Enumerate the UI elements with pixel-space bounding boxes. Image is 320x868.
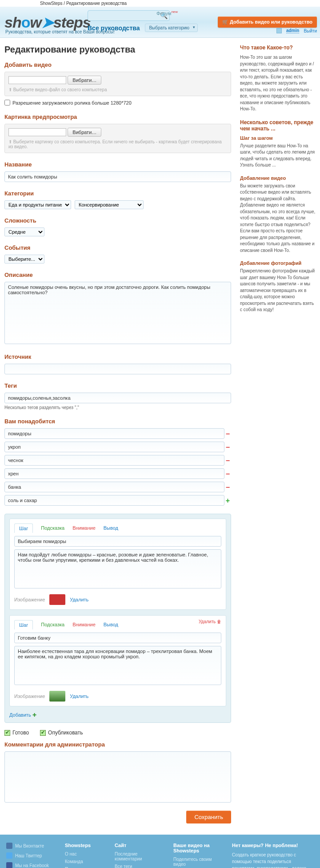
- name-heading: Название: [4, 161, 231, 168]
- category-heading: Категории: [4, 190, 231, 197]
- step-title-input[interactable]: [14, 536, 221, 547]
- delete-image-link[interactable]: Удалить: [70, 694, 88, 699]
- step-title-input[interactable]: [14, 633, 221, 643]
- ready-checkbox[interactable]: Готово: [4, 730, 29, 736]
- admin-comments-textarea[interactable]: [4, 751, 231, 803]
- footer-col4-h1: Нет камеры? Не проблема!: [232, 843, 308, 848]
- side-p2: Лучше разделите ваш How-To на шаги, чтоб…: [240, 143, 316, 169]
- delete-step-link[interactable]: Удалить: [199, 619, 221, 624]
- remove-icon[interactable]: −: [226, 457, 230, 465]
- breadcrumb: ShowSteps / Редактирование руководства: [0, 0, 320, 7]
- user-name[interactable]: admin: [286, 28, 299, 33]
- video-heading: Добавить видео: [4, 61, 231, 68]
- side-h3: Шаг за шагом: [240, 135, 316, 141]
- need-input[interactable]: [4, 455, 224, 466]
- name-input[interactable]: [4, 171, 231, 182]
- add-video-button[interactable]: Добавить видео или руководство: [218, 16, 317, 28]
- footer-col2-h: Сайт: [115, 843, 164, 848]
- social-twitter[interactable]: Наш Твиттер: [6, 852, 55, 859]
- needs-heading: Вам понадобится: [4, 418, 231, 425]
- facebook-icon: [6, 862, 12, 868]
- forum-link[interactable]: Форумnew: [156, 10, 178, 16]
- difficulty-heading: Сложность: [4, 217, 231, 224]
- footer-col4-p1: Создать краткое руководство с помощью те…: [232, 852, 308, 868]
- tab-warn[interactable]: Внимание: [72, 620, 96, 629]
- browse-preview-button[interactable]: Вибрати…: [68, 128, 101, 137]
- tab-step[interactable]: Шаг: [14, 523, 33, 533]
- step-block: Шаг Подсказка Внимание Вывод Нам подойду…: [9, 519, 226, 610]
- tags-input[interactable]: [4, 393, 231, 403]
- footer-link[interactable]: Поделитесь своим видео: [173, 857, 222, 867]
- tab-output[interactable]: Вывод: [104, 523, 118, 532]
- add-step-link[interactable]: Добавить: [9, 712, 36, 718]
- side-p1: How-To это шаг за шагом руководство, сод…: [240, 54, 316, 113]
- side-h1: Что такое Какое-то?: [240, 45, 316, 51]
- tab-output[interactable]: Вывод: [104, 620, 118, 629]
- side-h2: Несколько советов, прежде чем начать ...: [240, 119, 316, 132]
- category1-select[interactable]: Еда и продукты питания: [4, 200, 71, 209]
- events-heading: События: [4, 244, 231, 251]
- twitter-icon: [6, 852, 12, 859]
- need-input[interactable]: [4, 468, 224, 479]
- need-input[interactable]: [4, 428, 224, 439]
- footer-link[interactable]: Все теги: [115, 864, 164, 868]
- admin-comments-heading: Комментарии для администратора: [4, 741, 231, 748]
- tab-step[interactable]: Шаг: [14, 620, 33, 629]
- difficulty-select[interactable]: Средне: [4, 227, 44, 236]
- user-menu-icon[interactable]: [276, 28, 282, 33]
- source-input[interactable]: [4, 364, 231, 374]
- tab-hint[interactable]: Подсказка: [41, 523, 64, 532]
- side-p4: Прикреплению фотографии каждый шаг дает …: [240, 268, 316, 313]
- step-thumbnail: [49, 594, 65, 605]
- remove-icon[interactable]: −: [226, 430, 230, 438]
- social-vk[interactable]: Мы Вконтакте: [6, 843, 55, 849]
- save-button[interactable]: Сохранить: [186, 811, 231, 823]
- logo[interactable]: show➤steps: [4, 13, 91, 31]
- side-p3: Вы можете загружать свои собственные вид…: [240, 183, 316, 254]
- tags-heading: Теги: [4, 382, 231, 389]
- tab-hint[interactable]: Подсказка: [41, 620, 64, 629]
- delete-image-link[interactable]: Удалить: [70, 597, 88, 602]
- need-input[interactable]: [4, 482, 224, 492]
- footer-link[interactable]: Последние комментарии: [115, 852, 164, 861]
- side-h4: Добавление видео: [240, 175, 316, 181]
- footer-col1-h: Showsteps: [65, 843, 105, 848]
- browse-video-button[interactable]: Вибрати…: [68, 76, 101, 85]
- tab-warn[interactable]: Внимание: [72, 523, 96, 532]
- step-block: Удалить Шаг Подсказка Внимание Вывод Наи…: [9, 615, 226, 706]
- image-label: Изображение: [14, 694, 45, 699]
- step-body-textarea[interactable]: Наиболее естественная тара для консервац…: [14, 646, 221, 685]
- step-body-textarea[interactable]: Нам подойдут любые помидоры – красные, р…: [14, 549, 221, 588]
- category2-select[interactable]: Консервирование: [75, 200, 144, 209]
- description-textarea[interactable]: Соленые помидоры очень вкусны, но при эт…: [4, 282, 231, 344]
- need-input[interactable]: [4, 442, 224, 452]
- nav-category-dropdown[interactable]: Выбрать категорию: [145, 24, 198, 32]
- events-select[interactable]: Выберите...: [4, 255, 44, 264]
- preview-file-input[interactable]: [8, 128, 66, 136]
- add-icon[interactable]: +: [226, 497, 230, 505]
- description-heading: Описание: [4, 272, 231, 278]
- side-h5: Добавление фотографий: [240, 260, 316, 266]
- steps-container: Шаг Подсказка Внимание Вывод Нам подойду…: [4, 514, 231, 723]
- footer-link[interactable]: О нас: [65, 852, 105, 856]
- preview-hint: Выберите картинку со своего компьютера. …: [8, 139, 227, 149]
- remove-icon[interactable]: −: [226, 483, 230, 491]
- preview-heading: Картинка предпросмотра: [4, 114, 231, 120]
- vk-icon: [6, 843, 12, 849]
- social-facebook[interactable]: Мы на Facebook: [6, 862, 55, 868]
- publish-checkbox[interactable]: Опубликовать: [40, 730, 83, 736]
- footer: Мы Вконтакте Наш Твиттер Мы на Facebook …: [0, 835, 320, 868]
- source-heading: Источник: [4, 353, 231, 360]
- sidebar: Что такое Какое-то? How-To это шаг за ша…: [240, 45, 316, 823]
- footer-col3-h: Ваше видео на Showsteps: [173, 843, 222, 853]
- nav-all-guides[interactable]: Все руководства: [88, 24, 140, 32]
- remove-icon[interactable]: −: [226, 443, 230, 451]
- logout-link[interactable]: Выйти: [304, 28, 317, 33]
- remove-icon[interactable]: −: [226, 470, 230, 478]
- step-thumbnail: [49, 691, 65, 702]
- tags-note: Несколько тегов разделять через ",": [4, 405, 231, 410]
- resolution-checkbox[interactable]: Разрешение загружаемого ролика больше 12…: [4, 100, 231, 105]
- footer-link[interactable]: Команда: [65, 859, 105, 864]
- video-file-input[interactable]: [8, 76, 66, 84]
- need-input[interactable]: [4, 495, 224, 506]
